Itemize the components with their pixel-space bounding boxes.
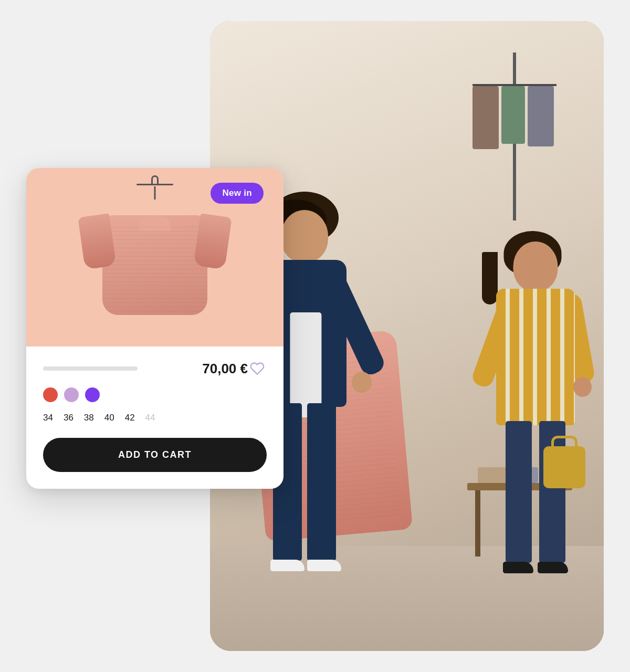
shopping-bag (543, 446, 585, 488)
size-38[interactable]: 38 (84, 413, 94, 423)
hanger-hook (151, 175, 159, 184)
color-swatch-coral[interactable] (43, 387, 58, 402)
size-36[interactable]: 36 (64, 413, 74, 423)
person2-shoe-right (538, 562, 568, 573)
card-content: 70,00 € 34 36 38 40 42 44 (26, 346, 284, 489)
color-swatch-row (43, 387, 267, 402)
person2-body (496, 289, 575, 425)
bag-handle (551, 436, 578, 449)
product-sweater-image (102, 200, 207, 315)
wishlist-button[interactable] (248, 359, 267, 378)
price-value: 70,00 € (202, 361, 248, 377)
size-row: 34 36 38 40 42 44 (43, 413, 267, 423)
new-badge: New in (211, 183, 264, 204)
person2-hair-side (482, 252, 498, 304)
size-44: 44 (145, 413, 155, 423)
color-swatch-purple[interactable] (85, 387, 100, 402)
garment-3 (528, 86, 554, 146)
size-34[interactable]: 34 (43, 413, 53, 423)
person1-shoe-left (270, 560, 304, 571)
price-progress-bar (43, 366, 138, 371)
price-row: 70,00 € (43, 359, 267, 378)
person2-shoe-left (503, 562, 533, 573)
person1-hand-right (352, 372, 372, 393)
sweater-body (102, 215, 207, 315)
person1-head (281, 210, 328, 262)
scene-container: New in 70,00 € (26, 21, 604, 651)
size-40[interactable]: 40 (104, 413, 114, 423)
size-42[interactable]: 42 (125, 413, 135, 423)
add-to-cart-button[interactable]: ADD TO CART (43, 438, 267, 472)
person1-leg-right (307, 403, 336, 561)
person2-leg-left (506, 421, 532, 563)
hanger-bar (136, 184, 173, 185)
product-card: New in 70,00 € (26, 168, 284, 489)
person2-stripe-pattern (496, 289, 575, 425)
heart-icon (250, 361, 265, 376)
garment-2 (501, 86, 525, 144)
person1-shoe-right (307, 560, 341, 571)
price-bar-area (43, 366, 192, 371)
clothing-rack-back (467, 52, 562, 220)
garment-1 (472, 86, 499, 149)
person1-shirt (290, 312, 321, 417)
person2-hand-right (573, 377, 592, 397)
hanger-stem (154, 186, 156, 200)
sweater-sleeve-right (193, 213, 232, 269)
person-yellow (478, 242, 593, 620)
color-swatch-lavender[interactable] (64, 387, 79, 402)
person2-head (513, 242, 558, 291)
sweater-texture (102, 226, 207, 315)
product-image-area: New in (26, 168, 284, 346)
